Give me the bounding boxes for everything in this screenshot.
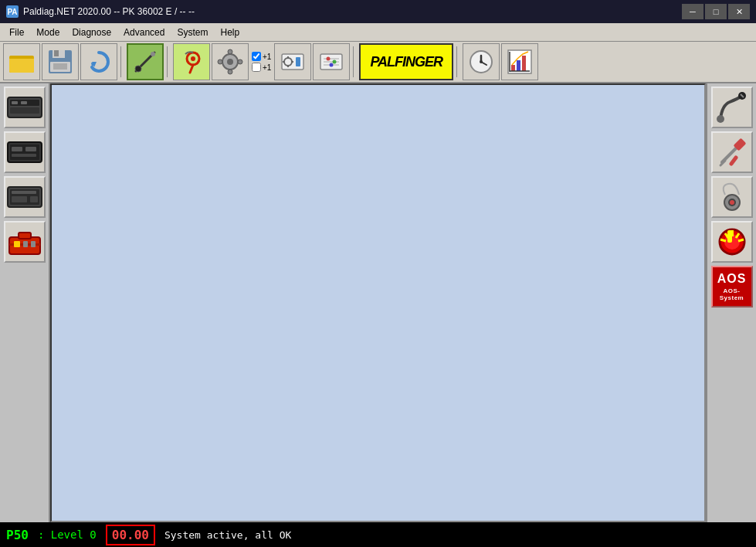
- svg-rect-40: [511, 65, 515, 71]
- svg-point-67: [717, 115, 724, 123]
- crane-ctrl2-button[interactable]: [313, 43, 350, 80]
- refresh-icon: [85, 48, 113, 76]
- minimize-button[interactable]: ─: [682, 4, 703, 19]
- svg-rect-41: [517, 60, 520, 71]
- svg-rect-59: [30, 196, 38, 202]
- horn-icon: [714, 179, 750, 215]
- menu-bar: File Mode Diagnose Advanced System Help: [0, 23, 756, 42]
- menu-help[interactable]: Help: [214, 25, 246, 39]
- svg-point-34: [330, 63, 334, 67]
- maximize-button[interactable]: □: [705, 4, 727, 19]
- checkbox-1[interactable]: [252, 52, 261, 61]
- checkbox-2[interactable]: [252, 63, 261, 72]
- save-button[interactable]: [42, 43, 79, 80]
- tools2-icon: [714, 134, 750, 170]
- emergency-icon: [714, 224, 750, 260]
- svg-rect-1: [9, 57, 34, 73]
- crane-ctrl2-icon: [317, 48, 345, 76]
- save-icon: [46, 48, 74, 76]
- menu-system[interactable]: System: [171, 25, 214, 39]
- palfinger-button[interactable]: PALFINGER: [359, 43, 453, 80]
- toolbar-sep-3: [353, 46, 356, 77]
- folder-icon: [8, 48, 36, 76]
- status-message: System active, all OK: [164, 529, 291, 541]
- menu-diagnose[interactable]: Diagnose: [66, 25, 117, 39]
- svg-point-32: [327, 57, 331, 61]
- svg-line-71: [731, 158, 736, 164]
- main-content: AOS AOS-System: [0, 83, 756, 522]
- svg-rect-27: [296, 57, 300, 66]
- crane-tool-button[interactable]: [127, 43, 164, 80]
- open-button[interactable]: [3, 43, 40, 80]
- module3-button[interactable]: [4, 176, 46, 218]
- svg-rect-49: [21, 101, 27, 104]
- svg-line-14: [190, 65, 193, 73]
- toolbar-sep-2: [167, 46, 170, 77]
- svg-point-33: [333, 60, 337, 64]
- crane-ctrl1-button[interactable]: [274, 43, 311, 80]
- status-bar: P50 : Level 0 00.00 System active, all O…: [0, 522, 756, 547]
- close-button[interactable]: ✕: [728, 4, 750, 19]
- checkbox-2-label: +1: [263, 63, 271, 72]
- horn-button[interactable]: [711, 176, 753, 218]
- center-workspace: [50, 83, 706, 522]
- menu-file[interactable]: File: [3, 25, 30, 39]
- svg-point-18: [228, 70, 232, 74]
- aos-sublabel: AOS-System: [713, 287, 751, 301]
- cable-icon: [714, 90, 750, 125]
- module1-button[interactable]: [4, 87, 46, 128]
- svg-line-83: [720, 240, 726, 241]
- emergency-button[interactable]: [711, 221, 753, 263]
- toolbox-button[interactable]: [4, 221, 46, 263]
- crane-ctrl1-icon: [279, 48, 307, 76]
- chart-icon: [506, 48, 534, 76]
- svg-point-17: [228, 49, 232, 54]
- chart-button[interactable]: [501, 43, 538, 80]
- menu-mode[interactable]: Mode: [30, 25, 66, 39]
- title-text: Paldiag.NET 2020.00 -- PK 36002 E / -- -…: [23, 6, 195, 17]
- gear-button[interactable]: [212, 43, 249, 80]
- aos-button[interactable]: AOS AOS-System: [711, 266, 753, 307]
- clock-icon: [467, 48, 495, 76]
- hook-button[interactable]: [173, 43, 210, 80]
- svg-point-75: [730, 200, 734, 205]
- palfinger-label: PALFINGER: [370, 54, 442, 70]
- svg-rect-52: [12, 147, 22, 151]
- right-sidebar: AOS AOS-System: [706, 83, 756, 522]
- checkbox-1-label: +1: [263, 53, 271, 61]
- svg-rect-6: [53, 63, 67, 70]
- svg-rect-57: [12, 191, 36, 194]
- svg-rect-54: [12, 154, 36, 157]
- refresh-button[interactable]: [80, 43, 117, 80]
- toolbar-sep-1: [120, 46, 124, 77]
- app-icon: PA: [6, 5, 19, 18]
- cable-button[interactable]: [711, 87, 753, 128]
- module1-icon: [7, 97, 42, 118]
- status-code: P50: [6, 528, 29, 542]
- status-level: : Level 0: [38, 528, 97, 541]
- toolbox-icon: [8, 228, 42, 256]
- svg-point-9: [135, 66, 141, 72]
- toolbar: +1 +1 PALFINGER: [0, 42, 756, 83]
- svg-point-13: [191, 56, 195, 61]
- module2-icon: [7, 141, 42, 163]
- svg-rect-4: [54, 50, 59, 56]
- svg-point-20: [238, 59, 242, 64]
- title-bar: PA Paldiag.NET 2020.00 -- PK 36002 E / -…: [0, 0, 756, 23]
- status-time: 00.00: [106, 525, 155, 545]
- svg-line-81: [738, 240, 744, 241]
- hook-icon: [178, 48, 205, 76]
- svg-rect-47: [10, 107, 39, 114]
- crane-tool-icon: [131, 48, 159, 76]
- svg-rect-61: [19, 233, 31, 239]
- clock-button[interactable]: [463, 43, 500, 80]
- svg-point-16: [227, 59, 233, 65]
- svg-point-19: [218, 59, 222, 64]
- svg-rect-64: [23, 241, 28, 247]
- module2-button[interactable]: [4, 131, 46, 173]
- toolbar-sep-4: [456, 46, 459, 77]
- gear-wheel-icon: [216, 48, 244, 76]
- tools2-button[interactable]: [711, 131, 753, 173]
- menu-advanced[interactable]: Advanced: [117, 25, 171, 39]
- svg-point-11: [151, 52, 155, 56]
